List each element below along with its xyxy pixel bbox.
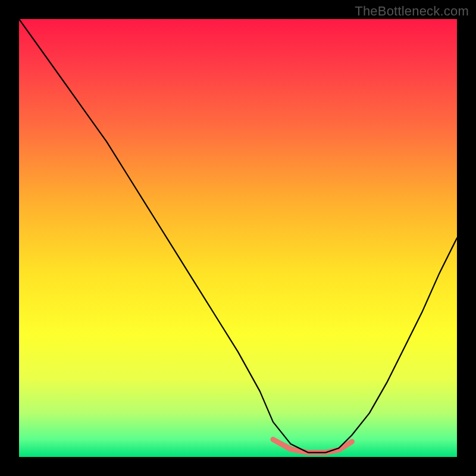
gradient-background [19, 19, 457, 457]
watermark-text: TheBottleneck.com [355, 4, 469, 19]
chart-frame: TheBottleneck.com [0, 0, 476, 476]
bottleneck-chart [19, 19, 457, 457]
plot-area [19, 19, 457, 457]
